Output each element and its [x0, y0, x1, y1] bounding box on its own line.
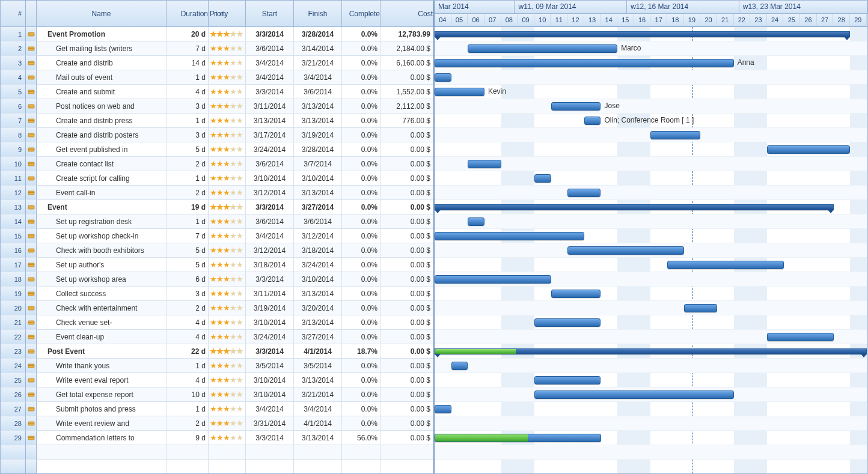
week-header[interactable]: Mar 2014 — [435, 1, 515, 14]
finish-cell[interactable]: 3/28/2014 — [294, 27, 342, 41]
table-row[interactable]: 20Check with entertainment2 d★★★★★3/19/2… — [1, 301, 433, 315]
duration-cell[interactable]: 5 d — [167, 243, 209, 258]
priority-cell[interactable]: ★★★★★ — [209, 128, 246, 142]
task-bar[interactable] — [435, 405, 451, 413]
task-bar[interactable] — [435, 434, 601, 442]
task-name-cell[interactable]: Write thank yous — [37, 359, 167, 373]
finish-cell[interactable]: 3/4/2014 — [294, 70, 342, 85]
finish-cell[interactable]: 3/14/2014 — [294, 41, 342, 56]
gantt-row[interactable] — [435, 315, 867, 330]
start-cell[interactable]: 3/6/2014 — [246, 157, 294, 171]
gantt-row[interactable] — [435, 460, 867, 473]
task-bar[interactable] — [435, 232, 584, 240]
priority-cell[interactable]: ★★★★★ — [209, 243, 246, 258]
row-number[interactable]: 21 — [1, 315, 26, 330]
priority-cell[interactable]: ★★★★★ — [209, 200, 246, 214]
complete-cell[interactable]: 0.0% — [342, 301, 381, 315]
cost-cell[interactable]: 0.00 $ — [381, 142, 433, 157]
duration-cell[interactable]: 2 d — [167, 416, 209, 431]
task-name-cell[interactable]: Post Event — [37, 344, 167, 359]
start-cell[interactable]: 3/10/2014 — [246, 315, 294, 330]
table-row[interactable]: 23Post Event22 d★★★★★3/3/20144/1/201418.… — [1, 344, 433, 359]
day-header[interactable]: 08 — [501, 14, 518, 27]
table-row[interactable]: 5Create and submit4 d★★★★★3/3/20143/6/20… — [1, 85, 433, 99]
task-name-cell[interactable]: Mail outs of event — [37, 70, 167, 85]
duration-cell[interactable]: 3 d — [167, 128, 209, 142]
gantt-row[interactable] — [435, 373, 867, 387]
start-cell[interactable]: 3/6/2014 — [246, 214, 294, 229]
task-name-cell[interactable]: Check with entertainment — [37, 301, 167, 315]
start-cell[interactable]: 3/3/2014 — [246, 200, 294, 214]
table-row[interactable]: 6Post notices on web and3 d★★★★★3/11/201… — [1, 99, 433, 114]
complete-cell[interactable]: 0.0% — [342, 186, 381, 200]
priority-cell[interactable]: ★★★★★ — [209, 402, 246, 416]
finish-cell[interactable]: 3/27/2014 — [294, 200, 342, 214]
duration-cell[interactable]: 3 d — [167, 287, 209, 301]
table-row[interactable]: 15Set up workshop check-in7 d★★★★★3/4/20… — [1, 229, 433, 243]
row-number[interactable]: 24 — [1, 359, 26, 373]
cost-cell[interactable]: 0.00 $ — [381, 229, 433, 243]
day-header[interactable]: 11 — [551, 14, 567, 27]
cost-cell[interactable]: 0.00 $ — [381, 200, 433, 214]
priority-cell[interactable]: ★★★★★ — [209, 70, 246, 85]
table-row[interactable]: 22Event clean-up4 d★★★★★3/24/20143/27/20… — [1, 330, 433, 344]
gantt-row[interactable] — [435, 359, 867, 373]
row-number[interactable]: 1 — [1, 27, 26, 41]
week-header[interactable]: w13, 23 Mar 2014 — [739, 1, 867, 14]
duration-cell[interactable]: 2 d — [167, 157, 209, 171]
table-row[interactable]: 17Set up author's5 d★★★★★3/18/20143/24/2… — [1, 258, 433, 272]
day-header[interactable]: 06 — [468, 14, 484, 27]
row-number[interactable]: 10 — [1, 157, 26, 171]
duration-cell[interactable]: 1 d — [167, 214, 209, 229]
row-number[interactable]: 29 — [1, 431, 26, 445]
cost-cell[interactable]: 776.00 $ — [381, 114, 433, 128]
row-number[interactable]: 9 — [1, 142, 26, 157]
complete-cell[interactable]: 0.0% — [342, 416, 381, 431]
start-cell[interactable]: 3/12/2014 — [246, 243, 294, 258]
task-bar[interactable] — [551, 102, 601, 111]
gantt-row[interactable] — [435, 445, 867, 460]
week-header[interactable]: w12, 16 Mar 2014 — [627, 1, 739, 14]
row-number[interactable]: 27 — [1, 402, 26, 416]
row-number[interactable]: 6 — [1, 99, 26, 114]
task-name-cell[interactable]: Post notices on web and — [37, 99, 167, 114]
complete-cell[interactable]: 0.0% — [342, 142, 381, 157]
cost-cell[interactable]: 0.00 $ — [381, 157, 433, 171]
complete-cell[interactable]: 0.0% — [342, 41, 381, 56]
priority-cell[interactable]: ★★★★★ — [209, 114, 246, 128]
task-name-cell[interactable]: Get event published in — [37, 142, 167, 157]
start-cell[interactable]: 3/10/2014 — [246, 171, 294, 186]
start-cell[interactable]: 3/11/2014 — [246, 287, 294, 301]
col-header-icon[interactable] — [26, 1, 37, 27]
week-header[interactable]: w11, 09 Mar 2014 — [515, 1, 627, 14]
duration-cell[interactable]: 14 d — [167, 56, 209, 70]
priority-cell[interactable]: ★★★★★ — [209, 214, 246, 229]
day-header[interactable]: 21 — [717, 14, 734, 27]
day-header[interactable]: 13 — [584, 14, 601, 27]
complete-cell[interactable]: 0.0% — [342, 128, 381, 142]
cost-cell[interactable]: 0.00 $ — [381, 431, 433, 445]
table-row[interactable]: 28Write event review and2 d★★★★★3/31/201… — [1, 416, 433, 431]
table-row[interactable]: 7Create and distrib press1 d★★★★★3/13/20… — [1, 114, 433, 128]
cost-cell[interactable]: 0.00 $ — [381, 387, 433, 402]
task-bar[interactable] — [435, 88, 484, 96]
finish-cell[interactable]: 3/12/2014 — [294, 229, 342, 243]
task-bar[interactable] — [468, 160, 501, 168]
duration-cell[interactable]: 3 d — [167, 99, 209, 114]
day-header[interactable]: 22 — [734, 14, 751, 27]
task-name-cell[interactable]: Event clean-up — [37, 330, 167, 344]
task-name-cell[interactable]: Commendation letters to — [37, 431, 167, 445]
task-name-cell[interactable]: Set up author's — [37, 258, 167, 272]
task-bar[interactable] — [567, 189, 601, 197]
day-header[interactable]: 04 — [435, 14, 451, 27]
task-name-cell[interactable]: Set up workshop check-in — [37, 229, 167, 243]
finish-cell[interactable]: 3/13/2014 — [294, 186, 342, 200]
task-name-cell[interactable]: Check venue set- — [37, 315, 167, 330]
task-bar[interactable] — [551, 290, 601, 298]
task-bar[interactable] — [584, 117, 601, 125]
task-name-cell[interactable]: Collect success — [37, 287, 167, 301]
start-cell[interactable]: 3/19/2014 — [246, 301, 294, 315]
duration-cell[interactable]: 1 d — [167, 114, 209, 128]
finish-cell[interactable]: 3/4/2014 — [294, 402, 342, 416]
task-name-cell[interactable]: Get total expense report — [37, 387, 167, 402]
